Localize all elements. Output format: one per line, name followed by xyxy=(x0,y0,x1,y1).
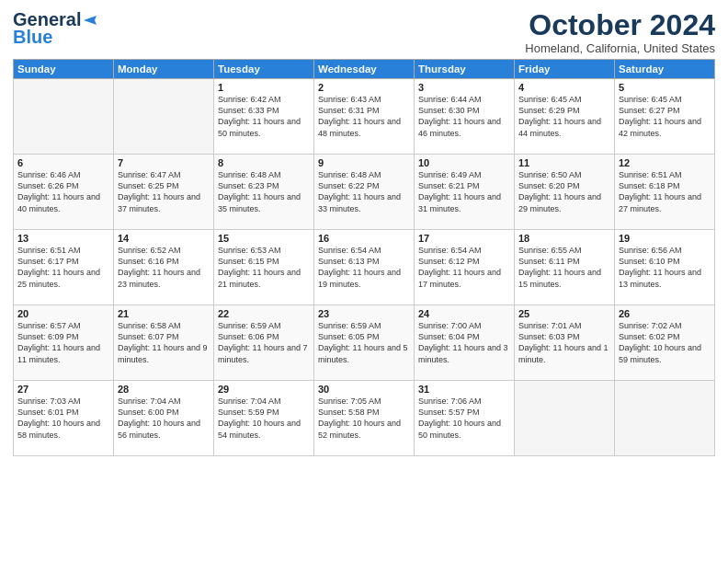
day-number: 2 xyxy=(318,82,410,93)
calendar-cell: 28Sunrise: 7:04 AM Sunset: 6:00 PM Dayli… xyxy=(114,381,214,456)
calendar-cell: 27Sunrise: 7:03 AM Sunset: 6:01 PM Dayli… xyxy=(14,381,114,456)
calendar-header-row: SundayMondayTuesdayWednesdayThursdayFrid… xyxy=(14,60,715,79)
calendar-cell xyxy=(14,79,114,155)
calendar-cell: 17Sunrise: 6:54 AM Sunset: 6:12 PM Dayli… xyxy=(415,230,515,305)
cell-content: Sunrise: 7:05 AM Sunset: 5:58 PM Dayligh… xyxy=(318,396,410,441)
day-number: 27 xyxy=(17,384,109,395)
calendar-cell: 18Sunrise: 6:55 AM Sunset: 6:11 PM Dayli… xyxy=(515,230,615,305)
day-number: 17 xyxy=(418,233,510,244)
cell-content: Sunrise: 6:52 AM Sunset: 6:16 PM Dayligh… xyxy=(118,245,210,290)
cell-content: Sunrise: 6:51 AM Sunset: 6:18 PM Dayligh… xyxy=(619,169,711,214)
calendar-week-1: 1Sunrise: 6:42 AM Sunset: 6:33 PM Daylig… xyxy=(14,79,715,155)
day-number: 19 xyxy=(619,233,711,244)
cell-content: Sunrise: 6:46 AM Sunset: 6:26 PM Dayligh… xyxy=(17,169,109,214)
day-number: 13 xyxy=(17,233,109,244)
calendar-week-4: 20Sunrise: 6:57 AM Sunset: 6:09 PM Dayli… xyxy=(14,305,715,381)
day-number: 23 xyxy=(318,308,410,319)
day-header-friday: Friday xyxy=(515,60,615,79)
calendar-cell: 8Sunrise: 6:48 AM Sunset: 6:23 PM Daylig… xyxy=(214,155,314,230)
calendar-cell: 15Sunrise: 6:53 AM Sunset: 6:15 PM Dayli… xyxy=(214,230,314,305)
title-block: October 2024 Homeland, California, Unite… xyxy=(525,9,715,55)
cell-content: Sunrise: 6:55 AM Sunset: 6:11 PM Dayligh… xyxy=(518,245,610,290)
cell-content: Sunrise: 6:43 AM Sunset: 6:31 PM Dayligh… xyxy=(318,94,410,139)
calendar-cell: 3Sunrise: 6:44 AM Sunset: 6:30 PM Daylig… xyxy=(415,79,515,155)
calendar-cell: 5Sunrise: 6:45 AM Sunset: 6:27 PM Daylig… xyxy=(615,79,715,155)
day-header-saturday: Saturday xyxy=(615,60,715,79)
cell-content: Sunrise: 6:47 AM Sunset: 6:25 PM Dayligh… xyxy=(118,169,210,214)
cell-content: Sunrise: 6:59 AM Sunset: 6:06 PM Dayligh… xyxy=(218,320,310,365)
calendar-cell: 31Sunrise: 7:06 AM Sunset: 5:57 PM Dayli… xyxy=(415,381,515,456)
day-number: 9 xyxy=(318,157,410,168)
day-number: 6 xyxy=(17,157,109,168)
calendar-cell: 25Sunrise: 7:01 AM Sunset: 6:03 PM Dayli… xyxy=(515,305,615,381)
calendar-week-5: 27Sunrise: 7:03 AM Sunset: 6:01 PM Dayli… xyxy=(14,381,715,456)
cell-content: Sunrise: 6:53 AM Sunset: 6:15 PM Dayligh… xyxy=(218,245,310,290)
day-header-thursday: Thursday xyxy=(415,60,515,79)
day-number: 3 xyxy=(418,82,510,93)
day-number: 26 xyxy=(619,308,711,319)
calendar-cell: 24Sunrise: 7:00 AM Sunset: 6:04 PM Dayli… xyxy=(415,305,515,381)
calendar-week-2: 6Sunrise: 6:46 AM Sunset: 6:26 PM Daylig… xyxy=(14,155,715,230)
calendar-cell xyxy=(515,381,615,456)
day-number: 18 xyxy=(518,233,610,244)
calendar: SundayMondayTuesdayWednesdayThursdayFrid… xyxy=(13,59,715,456)
logo: General Blue xyxy=(13,9,98,48)
day-number: 16 xyxy=(318,233,410,244)
month-title: October 2024 xyxy=(525,9,715,41)
day-header-tuesday: Tuesday xyxy=(214,60,314,79)
day-number: 14 xyxy=(118,233,210,244)
calendar-cell: 23Sunrise: 6:59 AM Sunset: 6:05 PM Dayli… xyxy=(314,305,415,381)
cell-content: Sunrise: 6:51 AM Sunset: 6:17 PM Dayligh… xyxy=(17,245,109,290)
calendar-cell: 10Sunrise: 6:49 AM Sunset: 6:21 PM Dayli… xyxy=(415,155,515,230)
cell-content: Sunrise: 6:44 AM Sunset: 6:30 PM Dayligh… xyxy=(418,94,510,139)
calendar-cell: 7Sunrise: 6:47 AM Sunset: 6:25 PM Daylig… xyxy=(114,155,214,230)
cell-content: Sunrise: 6:57 AM Sunset: 6:09 PM Dayligh… xyxy=(17,320,109,365)
cell-content: Sunrise: 7:00 AM Sunset: 6:04 PM Dayligh… xyxy=(418,320,510,365)
cell-content: Sunrise: 6:56 AM Sunset: 6:10 PM Dayligh… xyxy=(619,245,711,290)
cell-content: Sunrise: 6:48 AM Sunset: 6:23 PM Dayligh… xyxy=(218,169,310,214)
calendar-cell: 20Sunrise: 6:57 AM Sunset: 6:09 PM Dayli… xyxy=(14,305,114,381)
cell-content: Sunrise: 6:49 AM Sunset: 6:21 PM Dayligh… xyxy=(418,169,510,214)
calendar-cell: 4Sunrise: 6:45 AM Sunset: 6:29 PM Daylig… xyxy=(515,79,615,155)
calendar-cell: 16Sunrise: 6:54 AM Sunset: 6:13 PM Dayli… xyxy=(314,230,415,305)
calendar-cell: 13Sunrise: 6:51 AM Sunset: 6:17 PM Dayli… xyxy=(14,230,114,305)
day-number: 21 xyxy=(118,308,210,319)
cell-content: Sunrise: 6:45 AM Sunset: 6:27 PM Dayligh… xyxy=(619,94,711,139)
day-number: 1 xyxy=(218,82,310,93)
day-number: 15 xyxy=(218,233,310,244)
day-number: 4 xyxy=(518,82,610,93)
day-header-monday: Monday xyxy=(114,60,214,79)
day-number: 5 xyxy=(619,82,711,93)
cell-content: Sunrise: 6:45 AM Sunset: 6:29 PM Dayligh… xyxy=(518,94,610,139)
cell-content: Sunrise: 7:03 AM Sunset: 6:01 PM Dayligh… xyxy=(17,396,109,441)
day-number: 20 xyxy=(17,308,109,319)
cell-content: Sunrise: 6:54 AM Sunset: 6:12 PM Dayligh… xyxy=(418,245,510,290)
day-number: 31 xyxy=(418,384,510,395)
calendar-cell: 22Sunrise: 6:59 AM Sunset: 6:06 PM Dayli… xyxy=(214,305,314,381)
cell-content: Sunrise: 6:54 AM Sunset: 6:13 PM Dayligh… xyxy=(318,245,410,290)
calendar-week-3: 13Sunrise: 6:51 AM Sunset: 6:17 PM Dayli… xyxy=(14,230,715,305)
header: General Blue October 2024 Homeland, Cali… xyxy=(13,9,715,55)
calendar-cell: 1Sunrise: 6:42 AM Sunset: 6:33 PM Daylig… xyxy=(214,79,314,155)
calendar-cell: 9Sunrise: 6:48 AM Sunset: 6:22 PM Daylig… xyxy=(314,155,415,230)
calendar-cell: 12Sunrise: 6:51 AM Sunset: 6:18 PM Dayli… xyxy=(615,155,715,230)
cell-content: Sunrise: 6:59 AM Sunset: 6:05 PM Dayligh… xyxy=(318,320,410,365)
cell-content: Sunrise: 6:58 AM Sunset: 6:07 PM Dayligh… xyxy=(118,320,210,365)
cell-content: Sunrise: 6:42 AM Sunset: 6:33 PM Dayligh… xyxy=(218,94,310,139)
day-number: 25 xyxy=(518,308,610,319)
day-number: 7 xyxy=(118,157,210,168)
logo-bird-icon xyxy=(82,12,98,29)
day-number: 8 xyxy=(218,157,310,168)
cell-content: Sunrise: 7:04 AM Sunset: 5:59 PM Dayligh… xyxy=(218,396,310,441)
day-number: 29 xyxy=(218,384,310,395)
calendar-cell: 30Sunrise: 7:05 AM Sunset: 5:58 PM Dayli… xyxy=(314,381,415,456)
calendar-cell: 29Sunrise: 7:04 AM Sunset: 5:59 PM Dayli… xyxy=(214,381,314,456)
day-header-wednesday: Wednesday xyxy=(314,60,415,79)
day-number: 22 xyxy=(218,308,310,319)
day-number: 24 xyxy=(418,308,510,319)
day-number: 10 xyxy=(418,157,510,168)
calendar-cell xyxy=(615,381,715,456)
calendar-cell: 21Sunrise: 6:58 AM Sunset: 6:07 PM Dayli… xyxy=(114,305,214,381)
cell-content: Sunrise: 7:04 AM Sunset: 6:00 PM Dayligh… xyxy=(118,396,210,441)
day-number: 11 xyxy=(518,157,610,168)
